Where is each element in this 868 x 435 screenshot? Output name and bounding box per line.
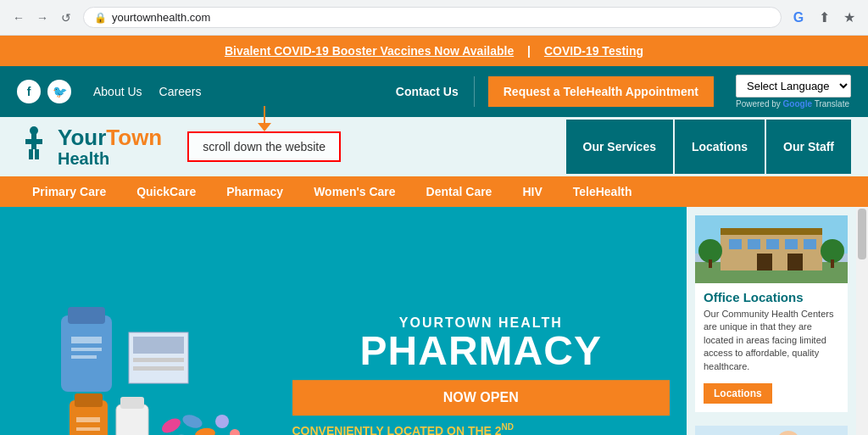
testing-link[interactable]: COVID-19 Testing [544,44,643,58]
svg-point-47 [698,239,722,263]
annotation-arrow [258,106,271,131]
svg-point-21 [181,412,204,430]
nav-links: Our Services Locations Our Staff [566,120,851,174]
logo-town: Town [106,125,162,150]
our-services-button[interactable]: Our Services [566,120,673,174]
subnav-quickcare[interactable]: QuickCare [121,176,211,207]
svg-rect-17 [76,427,100,431]
svg-rect-16 [76,417,100,422]
subnav-telehealth[interactable]: TeleHealth [558,176,648,207]
forward-button[interactable]: → [32,8,53,28]
locations-button[interactable]: Locations [675,120,765,174]
logo-health: Health [58,149,162,168]
svg-rect-19 [120,397,144,409]
address-bar[interactable]: 🔒 yourtownhealth.com [83,7,782,28]
header-nav: About Us Careers [93,85,201,98]
browser-chrome: ← → ↺ 🔒 yourtownhealth.com G ⬆ ★ [0,0,868,36]
svg-rect-11 [133,337,184,354]
logo-text: YourTown Health [58,125,162,169]
svg-rect-13 [133,366,184,371]
pills-svg [36,290,273,435]
top-banner: Bivalent COVID-19 Booster Vaccines Now A… [0,36,868,66]
back-button[interactable]: ← [8,8,29,28]
careers-link[interactable]: Careers [159,85,202,98]
hero-title: PHARMACY [292,331,670,371]
svg-rect-5 [61,315,112,392]
svg-point-49 [821,239,844,263]
logo-your: Your [58,125,106,150]
main-header: f 🐦 About Us Careers Contact Us Request … [0,66,868,117]
office-locations-title: Office Locations [695,283,848,308]
hero-footer-text1: CONVENIENTLY LOCATED ON THE 2 [292,424,502,435]
svg-rect-50 [831,259,834,268]
subnav-primary-care[interactable]: Primary Care [17,176,121,207]
hero-open-button[interactable]: NOW OPEN [292,380,670,415]
language-select[interactable]: Select Language [736,75,851,98]
logo-area: YourTown Health [17,125,179,169]
hero-sup: ND [502,422,514,432]
telehealth-button[interactable]: Request a TeleHealth Appointment [488,76,714,107]
office-locations-text: Our Community Health Centers are unique … [695,308,848,380]
svg-rect-8 [71,348,102,351]
hero-footer-text: CONVENIENTLY LOCATED ON THE 2ND FLOOR OF… [292,422,670,435]
social-icons: f 🐦 [17,80,71,103]
svg-rect-12 [133,358,184,362]
hero-pills-illustration [0,207,309,435]
twitter-icon[interactable]: 🐦 [47,80,71,103]
translate-label: Translate [815,99,849,109]
subnav-pharmacy[interactable]: Pharmacy [211,176,298,207]
browser-nav-buttons: ← → ↺ [8,8,76,28]
google-button[interactable]: G [788,8,809,28]
svg-rect-2 [25,139,42,144]
sidebar-locations-button[interactable]: Locations [704,383,772,404]
svg-rect-18 [116,404,148,435]
scrollbar[interactable] [856,207,868,435]
language-selector: Select Language Powered by Google Transl… [736,75,851,109]
svg-rect-42 [766,239,779,249]
svg-rect-43 [785,239,798,249]
facebook-icon[interactable]: f [17,80,41,103]
svg-rect-9 [71,355,97,359]
svg-rect-51 [695,426,848,435]
sub-nav: Primary Care QuickCare Pharmacy Women's … [0,176,868,207]
services-image [695,426,848,435]
subnav-womens-care[interactable]: Women's Care [298,176,410,207]
browser-actions: G ⬆ ★ [788,8,860,28]
svg-rect-45 [757,254,772,270]
hero-content: YOURTOWN HEALTH PHARMACY NOW OPEN CONVEN… [292,315,670,435]
hero-section: YOURTOWN HEALTH PHARMACY NOW OPEN CONVEN… [0,207,687,435]
url-text: yourtownhealth.com [112,11,210,24]
svg-rect-44 [804,239,816,249]
svg-point-0 [30,126,38,135]
arrow-head [258,123,271,131]
svg-rect-6 [68,307,105,324]
share-button[interactable]: ⬆ [814,8,834,28]
vaccine-link[interactable]: Bivalent COVID-19 Booster Vaccines Now A… [225,44,514,58]
svg-point-20 [159,415,183,435]
contact-us-button[interactable]: Contact Us [381,76,475,107]
bookmark-button[interactable]: ★ [839,8,860,28]
office-locations-image [695,215,848,283]
logo-icon [17,125,51,168]
annotation-box: scroll down the website [187,131,341,162]
subnav-hiv[interactable]: HIV [507,176,557,207]
svg-rect-4 [35,149,39,159]
subnav-dental-care[interactable]: Dental Care [411,176,508,207]
about-us-link[interactable]: About Us [93,85,142,98]
svg-rect-41 [748,239,760,249]
banner-separator: | [527,44,531,58]
scrollbar-thumb[interactable] [858,209,866,259]
powered-by: Powered by Google Translate [736,99,851,109]
svg-rect-39 [721,228,822,235]
lock-icon: 🔒 [94,12,107,24]
office-locations-card: Office Locations Our Community Health Ce… [695,215,848,412]
svg-rect-15 [75,393,103,407]
svg-point-24 [215,415,229,428]
building-svg [695,215,848,283]
refresh-button[interactable]: ↺ [56,8,76,28]
main-content: YOURTOWN HEALTH PHARMACY NOW OPEN CONVEN… [0,207,868,435]
svg-rect-48 [709,259,712,268]
our-staff-button[interactable]: Our Staff [766,120,851,174]
svg-rect-46 [787,254,803,270]
sidebar: Office Locations Our Community Health Ce… [687,207,856,435]
